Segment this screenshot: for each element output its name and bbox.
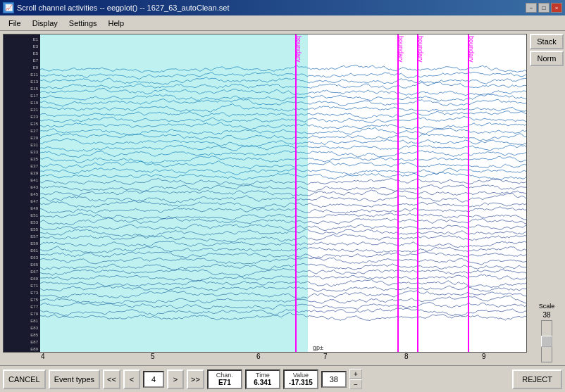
time-info: Time 6.341 [245, 369, 280, 389]
ch-label: E27 [4, 127, 39, 134]
event-types-button[interactable]: Event types [49, 369, 100, 389]
title-bar: 📈 Scroll channel activities -- eegplot()… [0, 0, 565, 15]
ch-label: E45 [4, 191, 39, 198]
chan-value: E71 [218, 379, 231, 386]
time-tick-5: 5 [151, 353, 155, 360]
time-tick-8: 8 [404, 353, 409, 360]
time-tick-6: 6 [256, 353, 261, 360]
scale-input[interactable] [321, 371, 347, 388]
ch-label: E65 [4, 261, 39, 268]
eeg-canvas[interactable]: E1 E3 E5 E7 E9 E11 E13 E15 E17 E19 E21 E… [3, 34, 527, 353]
window-title: Scroll channel activities -- eegplot() -… [17, 4, 229, 12]
time-tick-4: 4 [41, 353, 45, 360]
ch-label: E9 [4, 64, 39, 71]
ch-label: E23 [4, 113, 39, 120]
scale-minus-button[interactable]: − [349, 379, 362, 389]
app-icon: 📈 [3, 2, 14, 13]
ch-label: E59 [4, 240, 39, 247]
minimize-btn[interactable]: − [526, 3, 537, 13]
highlight-region [40, 34, 308, 352]
boundary-label-1: boundary [295, 34, 302, 63]
ch-label: E15 [4, 85, 39, 92]
ch-label: E43 [4, 184, 39, 191]
boundary-line-1 [295, 34, 297, 352]
menu-file[interactable]: File [3, 18, 27, 29]
right-panel: Stack Norm Scale 38 [528, 31, 565, 365]
ch-label: E71 [4, 282, 39, 289]
gp-label: gp± [313, 344, 323, 351]
ch-label: E25 [4, 120, 39, 127]
ch-label: E35 [4, 156, 39, 163]
ch-label: E49 [4, 205, 39, 212]
menu-display[interactable]: Display [27, 18, 63, 29]
ch-label: E73 [4, 289, 39, 296]
norm-button[interactable]: Norm [530, 51, 564, 66]
ch-label: E5 [4, 50, 39, 57]
ch-label: E13 [4, 78, 39, 85]
value-info: Value -17.315 [283, 369, 318, 389]
ch-label: E89 [4, 346, 39, 353]
ch-label: E69 [4, 275, 39, 282]
boundary-line-3 [417, 34, 418, 352]
nav-next1-button[interactable]: > [167, 369, 184, 389]
boundary-label-3: boundary [417, 34, 424, 63]
cancel-button[interactable]: CANCEL [3, 369, 46, 389]
ch-label: E7 [4, 57, 39, 64]
stack-button[interactable]: Stack [530, 34, 564, 49]
value-label: Value [293, 372, 309, 379]
ch-label: E37 [4, 163, 39, 170]
ch-label: E63 [4, 254, 39, 261]
page-input[interactable] [143, 371, 164, 388]
ch-label: E75 [4, 296, 39, 303]
scale-label: Scale [539, 303, 555, 310]
window-controls[interactable]: − □ × [526, 3, 562, 13]
chan-info: Chan. E71 [207, 369, 242, 389]
boundary-line-4 [468, 34, 469, 352]
ch-label: E29 [4, 134, 39, 141]
menu-bar: File Display Settings Help [0, 15, 565, 31]
ch-label: E77 [4, 303, 39, 310]
boundary-label-4: boundary [468, 34, 475, 63]
boundary-line-2 [397, 34, 399, 352]
ch-label: E61 [4, 247, 39, 254]
time-value: 6.341 [254, 379, 271, 386]
reject-button[interactable]: REJECT [512, 369, 562, 389]
scale-scrollbar[interactable] [541, 320, 552, 362]
ch-label: E87 [4, 339, 39, 346]
time-label: Time [256, 372, 270, 379]
maximize-btn[interactable]: □ [538, 3, 550, 13]
scale-plus-button[interactable]: + [349, 369, 362, 379]
ch-label: E39 [4, 170, 39, 177]
nav-prev2-button[interactable]: << [103, 369, 120, 389]
ch-label: E33 [4, 148, 39, 156]
ch-label: E11 [4, 71, 39, 78]
close-btn[interactable]: × [551, 3, 562, 13]
channel-labels: E1 E3 E5 E7 E9 E11 E13 E15 E17 E19 E21 E… [4, 34, 40, 352]
time-tick-7: 7 [323, 353, 328, 360]
time-tick-9: 9 [482, 353, 486, 360]
ch-label: E53 [4, 219, 39, 226]
value-value: -17.315 [289, 379, 313, 386]
nav-prev1-button[interactable]: < [123, 369, 140, 389]
menu-settings[interactable]: Settings [63, 18, 103, 29]
ch-label: E79 [4, 310, 39, 317]
menu-help[interactable]: Help [103, 18, 130, 29]
ch-label: E31 [4, 141, 39, 148]
ch-label: E47 [4, 198, 39, 205]
ch-label: E1 [4, 36, 39, 43]
scale-value: 38 [542, 311, 550, 319]
ch-label: E41 [4, 177, 39, 184]
eeg-plot[interactable]: boundary boundary boundary boundary [40, 34, 526, 352]
ch-label: E57 [4, 233, 39, 240]
ch-label: E55 [4, 226, 39, 233]
ch-label: E67 [4, 268, 39, 275]
ch-label: E85 [4, 331, 39, 339]
nav-next2-button[interactable]: >> [187, 369, 204, 389]
ch-label: E83 [4, 324, 39, 331]
ch-label: E81 [4, 317, 39, 324]
ch-label: E21 [4, 106, 39, 113]
chan-label: Chan. [216, 372, 233, 379]
ch-label: E51 [4, 212, 39, 219]
ch-label: E19 [4, 99, 39, 106]
ch-label: E3 [4, 43, 39, 50]
